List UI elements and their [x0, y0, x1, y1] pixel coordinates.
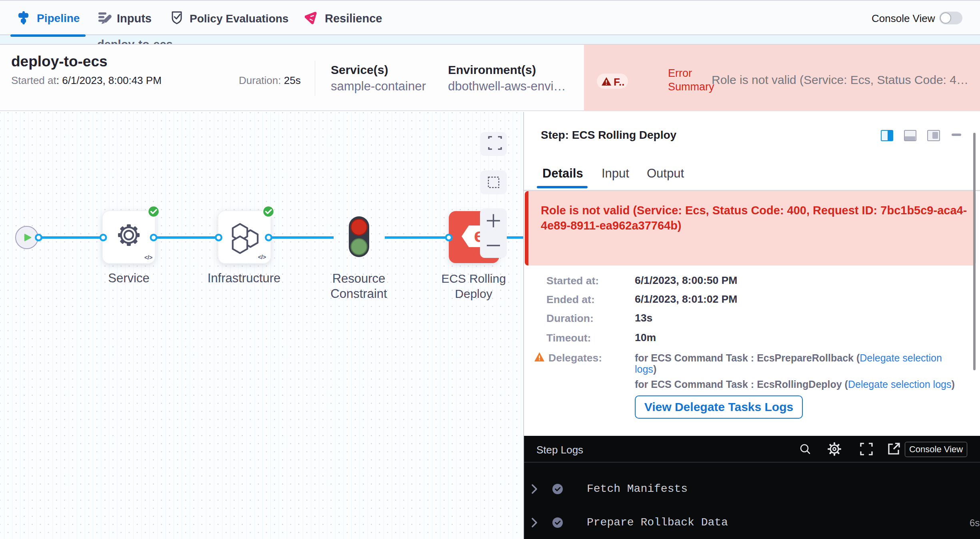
svg-text:</>: </> — [258, 254, 266, 260]
svg-text:</>: </> — [144, 254, 152, 261]
